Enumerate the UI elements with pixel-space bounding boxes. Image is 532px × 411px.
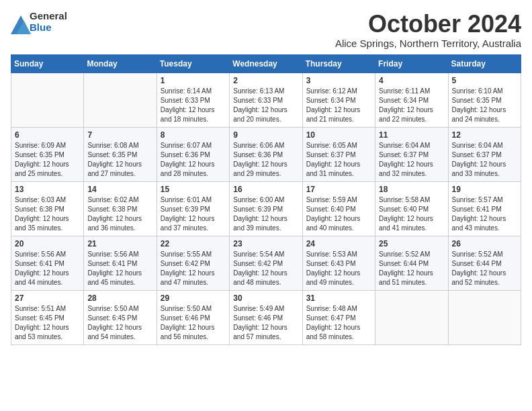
calendar-header-row: SundayMondayTuesdayWednesdayThursdayFrid…: [11, 54, 521, 73]
calendar-cell: 6Sunrise: 6:09 AMSunset: 6:35 PMDaylight…: [11, 127, 84, 181]
calendar-cell: 9Sunrise: 6:06 AMSunset: 6:36 PMDaylight…: [230, 127, 302, 181]
day-header-friday: Friday: [375, 54, 448, 73]
cell-details: Sunrise: 5:52 AMSunset: 6:44 PMDaylight:…: [452, 250, 506, 286]
day-number: 19: [452, 185, 517, 194]
day-header-monday: Monday: [84, 54, 157, 73]
logo-text: General Blue: [30, 11, 67, 33]
day-header-sunday: Sunday: [11, 54, 84, 73]
day-number: 22: [161, 239, 226, 248]
calendar-cell: [84, 73, 157, 127]
calendar-cell: 24Sunrise: 5:53 AMSunset: 6:43 PMDayligh…: [302, 236, 375, 290]
cell-details: Sunrise: 5:51 AMSunset: 6:45 PMDaylight:…: [15, 305, 69, 340]
day-number: 7: [87, 130, 152, 140]
calendar-week-row: 6Sunrise: 6:09 AMSunset: 6:35 PMDaylight…: [11, 127, 521, 181]
calendar-cell: 1Sunrise: 6:14 AMSunset: 6:33 PMDaylight…: [157, 73, 229, 127]
calendar-cell: 15Sunrise: 6:01 AMSunset: 6:39 PMDayligh…: [157, 181, 229, 236]
day-number: 12: [452, 130, 517, 140]
calendar-cell: [375, 290, 448, 345]
day-number: 4: [379, 76, 444, 85]
cell-details: Sunrise: 5:55 AMSunset: 6:42 PMDaylight:…: [161, 250, 215, 286]
day-number: 10: [306, 130, 371, 140]
logo-blue: Blue: [30, 22, 67, 34]
calendar-week-row: 20Sunrise: 5:56 AMSunset: 6:41 PMDayligh…: [11, 236, 521, 290]
day-number: 6: [15, 130, 80, 140]
day-header-thursday: Thursday: [302, 54, 375, 73]
cell-details: Sunrise: 5:57 AMSunset: 6:41 PMDaylight:…: [452, 196, 506, 232]
day-number: 31: [306, 293, 371, 303]
calendar-cell: 21Sunrise: 5:56 AMSunset: 6:41 PMDayligh…: [84, 236, 157, 290]
day-header-tuesday: Tuesday: [157, 54, 229, 73]
calendar-week-row: 13Sunrise: 6:03 AMSunset: 6:38 PMDayligh…: [11, 181, 521, 236]
day-header-saturday: Saturday: [448, 54, 521, 73]
cell-details: Sunrise: 5:53 AMSunset: 6:43 PMDaylight:…: [306, 250, 361, 286]
cell-details: Sunrise: 6:12 AMSunset: 6:34 PMDaylight:…: [306, 87, 361, 123]
day-number: 2: [233, 76, 298, 85]
calendar-week-row: 1Sunrise: 6:14 AMSunset: 6:33 PMDaylight…: [11, 73, 521, 127]
title-block: October 2024 Alice Springs, Northern Ter…: [335, 11, 521, 49]
cell-details: Sunrise: 5:56 AMSunset: 6:41 PMDaylight:…: [15, 250, 69, 286]
day-number: 11: [379, 130, 444, 140]
day-number: 1: [161, 76, 226, 85]
day-header-wednesday: Wednesday: [230, 54, 302, 73]
day-number: 18: [379, 185, 444, 194]
cell-details: Sunrise: 5:50 AMSunset: 6:45 PMDaylight:…: [87, 305, 142, 340]
calendar-cell: 11Sunrise: 6:04 AMSunset: 6:37 PMDayligh…: [375, 127, 448, 181]
logo-general: General: [30, 11, 67, 22]
calendar-cell: 17Sunrise: 5:59 AMSunset: 6:40 PMDayligh…: [302, 181, 375, 236]
day-number: 27: [15, 293, 80, 303]
calendar-cell: 7Sunrise: 6:08 AMSunset: 6:35 PMDaylight…: [84, 127, 157, 181]
calendar-cell: 5Sunrise: 6:10 AMSunset: 6:35 PMDaylight…: [448, 73, 521, 127]
day-number: 20: [15, 239, 80, 248]
cell-details: Sunrise: 5:48 AMSunset: 6:47 PMDaylight:…: [306, 305, 361, 340]
calendar-cell: 2Sunrise: 6:13 AMSunset: 6:33 PMDaylight…: [230, 73, 302, 127]
cell-details: Sunrise: 5:50 AMSunset: 6:46 PMDaylight:…: [161, 305, 215, 340]
day-number: 21: [87, 239, 152, 248]
day-number: 30: [233, 293, 298, 303]
cell-details: Sunrise: 6:07 AMSunset: 6:36 PMDaylight:…: [161, 142, 215, 177]
calendar-cell: 18Sunrise: 5:58 AMSunset: 6:40 PMDayligh…: [375, 181, 448, 236]
calendar-cell: 12Sunrise: 6:04 AMSunset: 6:37 PMDayligh…: [448, 127, 521, 181]
calendar-cell: 13Sunrise: 6:03 AMSunset: 6:38 PMDayligh…: [11, 181, 84, 236]
cell-details: Sunrise: 6:06 AMSunset: 6:36 PMDaylight:…: [233, 142, 287, 177]
cell-details: Sunrise: 5:49 AMSunset: 6:46 PMDaylight:…: [233, 305, 287, 340]
calendar-body: 1Sunrise: 6:14 AMSunset: 6:33 PMDaylight…: [11, 73, 521, 345]
cell-details: Sunrise: 6:11 AMSunset: 6:34 PMDaylight:…: [379, 87, 433, 123]
calendar-cell: 8Sunrise: 6:07 AMSunset: 6:36 PMDaylight…: [157, 127, 229, 181]
calendar-cell: 14Sunrise: 6:02 AMSunset: 6:38 PMDayligh…: [84, 181, 157, 236]
logo-icon: [11, 15, 27, 29]
day-number: 14: [87, 185, 152, 194]
day-number: 13: [15, 185, 80, 194]
calendar-cell: 23Sunrise: 5:54 AMSunset: 6:42 PMDayligh…: [230, 236, 302, 290]
day-number: 17: [306, 185, 371, 194]
calendar-cell: 25Sunrise: 5:52 AMSunset: 6:44 PMDayligh…: [375, 236, 448, 290]
day-number: 3: [306, 76, 371, 85]
calendar-cell: 29Sunrise: 5:50 AMSunset: 6:46 PMDayligh…: [157, 290, 229, 345]
cell-details: Sunrise: 5:56 AMSunset: 6:41 PMDaylight:…: [87, 250, 142, 286]
day-number: 8: [161, 130, 226, 140]
cell-details: Sunrise: 6:13 AMSunset: 6:33 PMDaylight:…: [233, 87, 287, 123]
day-number: 15: [161, 185, 226, 194]
day-number: 28: [87, 293, 152, 303]
calendar-cell: 30Sunrise: 5:49 AMSunset: 6:46 PMDayligh…: [230, 290, 302, 345]
logo: General Blue: [11, 11, 67, 33]
calendar-cell: 16Sunrise: 6:00 AMSunset: 6:39 PMDayligh…: [230, 181, 302, 236]
cell-details: Sunrise: 6:05 AMSunset: 6:37 PMDaylight:…: [306, 142, 361, 177]
calendar-cell: 3Sunrise: 6:12 AMSunset: 6:34 PMDaylight…: [302, 73, 375, 127]
cell-details: Sunrise: 6:01 AMSunset: 6:39 PMDaylight:…: [161, 196, 215, 232]
calendar-cell: 22Sunrise: 5:55 AMSunset: 6:42 PMDayligh…: [157, 236, 229, 290]
cell-details: Sunrise: 5:58 AMSunset: 6:40 PMDaylight:…: [379, 196, 433, 232]
day-number: 23: [233, 239, 298, 248]
day-number: 9: [233, 130, 298, 140]
calendar-cell: 10Sunrise: 6:05 AMSunset: 6:37 PMDayligh…: [302, 127, 375, 181]
cell-details: Sunrise: 5:54 AMSunset: 6:42 PMDaylight:…: [233, 250, 287, 286]
calendar-cell: 31Sunrise: 5:48 AMSunset: 6:47 PMDayligh…: [302, 290, 375, 345]
cell-details: Sunrise: 6:02 AMSunset: 6:38 PMDaylight:…: [87, 196, 142, 232]
cell-details: Sunrise: 6:04 AMSunset: 6:37 PMDaylight:…: [379, 142, 433, 177]
location-subtitle: Alice Springs, Northern Territory, Austr…: [335, 38, 521, 49]
month-title: October 2024: [335, 11, 521, 38]
calendar-cell: 26Sunrise: 5:52 AMSunset: 6:44 PMDayligh…: [448, 236, 521, 290]
calendar-table: SundayMondayTuesdayWednesdayThursdayFrid…: [11, 54, 521, 345]
day-number: 5: [452, 76, 517, 85]
day-number: 26: [452, 239, 517, 248]
cell-details: Sunrise: 6:04 AMSunset: 6:37 PMDaylight:…: [452, 142, 506, 177]
